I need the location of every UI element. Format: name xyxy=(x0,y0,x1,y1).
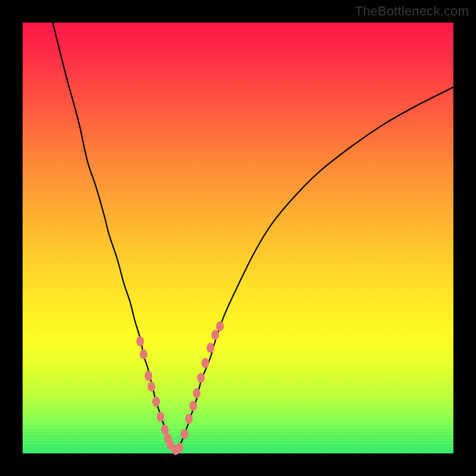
data-marker xyxy=(189,401,197,411)
data-marker xyxy=(193,388,201,398)
watermark-text: TheBottleneck.com xyxy=(355,4,469,19)
chart-svg xyxy=(23,23,453,453)
data-marker xyxy=(152,397,160,407)
curve-left-branch xyxy=(53,23,176,453)
data-marker xyxy=(211,330,219,340)
data-marker xyxy=(197,373,205,383)
data-marker xyxy=(161,425,168,435)
data-marker xyxy=(185,414,193,424)
plot-area xyxy=(23,23,453,453)
data-marker xyxy=(176,443,183,453)
data-marker xyxy=(136,336,144,346)
chart-frame: TheBottleneck.com xyxy=(0,0,476,476)
data-marker xyxy=(140,349,148,359)
data-marker xyxy=(216,321,224,331)
data-marker xyxy=(201,358,209,368)
data-marker xyxy=(145,371,152,381)
curve-right-branch xyxy=(176,87,453,453)
data-marker xyxy=(206,343,214,353)
data-marker xyxy=(156,412,164,422)
data-markers xyxy=(136,321,224,455)
data-marker xyxy=(148,381,155,392)
data-marker xyxy=(181,429,189,439)
